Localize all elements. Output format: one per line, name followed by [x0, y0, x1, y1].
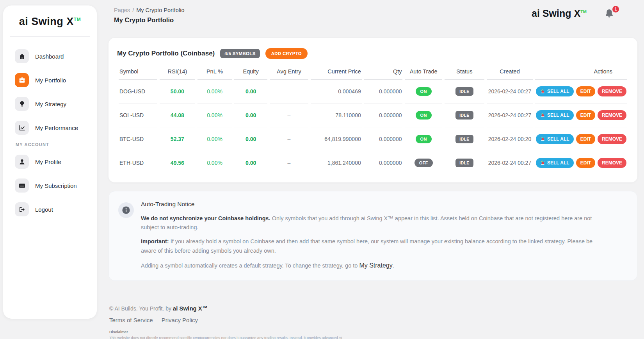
sidebar-section-label: MY ACCOUNT: [16, 142, 97, 147]
cell-auto-trade: ON: [405, 80, 442, 103]
cell-status: IDLE: [445, 103, 484, 127]
table-row: SOL-USD 44.08 0.00% 0.00 – 78.110000 0.0…: [119, 103, 627, 127]
column-header-equity: Equity: [234, 64, 267, 80]
sell-all-button[interactable]: SELL ALL: [536, 86, 574, 96]
sidebar-item-label: Logout: [35, 206, 53, 213]
add-crypto-button[interactable]: ADD CRYPTO: [265, 48, 308, 59]
auto-trade-badge: ON: [416, 87, 432, 96]
sidebar-item-dashboard[interactable]: Dashboard: [3, 47, 97, 66]
copyright-line: © AI Builds. You Profit. by ai Swing XTM: [109, 305, 637, 312]
portfolio-card: My Crypto Portfolio (Coinbase) 4/5 SYMBO…: [109, 38, 637, 182]
cell-current-price: 64,819.990000: [311, 127, 362, 151]
cell-current-price: 1,861.240000: [311, 151, 362, 175]
cell-status: IDLE: [445, 127, 484, 151]
sidebar-item-logout[interactable]: Logout: [3, 200, 97, 219]
cell-symbol: SOL-USD: [119, 103, 157, 127]
breadcrumb-pages[interactable]: Pages: [114, 7, 130, 13]
cell-pnl: 0.00%: [197, 127, 232, 151]
footer-links: Terms of Service Privacy Policy: [109, 317, 637, 323]
cell-actions: SELL ALL EDIT REMOVE: [536, 134, 626, 144]
edit-button[interactable]: EDIT: [576, 110, 595, 120]
main-content: Pages/My Crypto Portfolio My Crypto Port…: [109, 0, 637, 339]
info-icon: [118, 202, 134, 218]
brand-logo: ai Swing XTM: [3, 16, 97, 28]
cell-actions: SELL ALL EDIT REMOVE: [536, 158, 626, 168]
siren-icon: [540, 113, 545, 118]
notice-paragraph-strategy: Adding a symbol automatically creates a …: [141, 260, 601, 271]
cell-created: 2026-02-24 00:20: [487, 127, 533, 151]
siren-icon: [540, 89, 545, 94]
briefcase-icon: [15, 73, 29, 87]
sidebar-item-my-strategy[interactable]: My Strategy: [3, 95, 97, 113]
cell-symbol: BTC-USD: [119, 127, 157, 151]
edit-button[interactable]: EDIT: [576, 134, 595, 144]
sell-all-button[interactable]: SELL ALL: [536, 158, 574, 168]
edit-button[interactable]: EDIT: [576, 158, 595, 168]
sidebar-item-my-portfolio[interactable]: My Portfolio: [3, 71, 97, 89]
sidebar-item-my-subscription[interactable]: My Subscription: [3, 176, 97, 195]
remove-button[interactable]: REMOVE: [598, 134, 626, 144]
notice-paragraph-important: Important: If you already hold a symbol …: [141, 237, 601, 255]
sell-all-button[interactable]: SELL ALL: [536, 110, 574, 120]
sidebar: ai Swing XTM Dashboard My Portfolio My S…: [3, 5, 97, 319]
privacy-policy-link[interactable]: Privacy Policy: [162, 317, 198, 323]
sidebar-item-label: My Subscription: [35, 182, 77, 189]
column-header-qty: Qty: [364, 64, 403, 80]
column-header-status: Status: [445, 64, 484, 80]
trademark-sup: TM: [74, 17, 81, 22]
sell-all-label: SELL ALL: [547, 160, 569, 166]
sidebar-item-my-profile[interactable]: My Profile: [3, 152, 97, 171]
portfolio-card-header: My Crypto Portfolio (Coinbase) 4/5 SYMBO…: [116, 48, 630, 59]
lightbulb-icon: [15, 97, 29, 111]
sell-all-button[interactable]: SELL ALL: [536, 134, 574, 144]
cell-symbol: ETH-USD: [119, 151, 157, 175]
column-header-symbol: Symbol: [119, 64, 157, 80]
cell-qty: 0.000000: [364, 103, 403, 127]
notice-body: Auto-Trading Notice We do not synchroniz…: [141, 201, 601, 270]
auto-trade-badge: OFF: [415, 159, 433, 167]
table-header-row: SymbolRSI(14)PnL %EquityAvg EntryCurrent…: [119, 64, 627, 80]
column-header-avg-entry: Avg Entry: [270, 64, 308, 80]
credit-card-icon: [15, 178, 29, 193]
notice-title: Auto-Trading Notice: [141, 201, 601, 208]
remove-button[interactable]: REMOVE: [598, 110, 626, 120]
cell-rsi: 50.00: [160, 80, 195, 103]
cell-auto-trade: ON: [405, 127, 442, 151]
table-row: ETH-USD 49.56 0.00% 0.00 – 1,861.240000 …: [119, 151, 627, 175]
sidebar-item-label: My Profile: [35, 159, 61, 165]
cell-rsi: 44.08: [160, 103, 195, 127]
column-header-pnl-: PnL %: [197, 64, 232, 80]
sidebar-item-label: Dashboard: [35, 53, 64, 60]
edit-button[interactable]: EDIT: [576, 86, 595, 96]
sidebar-item-label: My Performance: [35, 125, 78, 131]
cell-equity: 0.00: [234, 127, 267, 151]
my-strategy-link[interactable]: My Strategy: [359, 262, 392, 269]
notification-bell[interactable]: 1: [604, 9, 616, 20]
portfolio-title: My Crypto Portfolio (Coinbase): [117, 50, 215, 57]
siren-icon: [540, 161, 545, 166]
cell-avg-entry: –: [270, 151, 308, 175]
terms-of-service-link[interactable]: Terms of Service: [109, 317, 153, 323]
remove-button[interactable]: REMOVE: [598, 86, 626, 96]
user-icon: [15, 155, 29, 169]
sell-all-label: SELL ALL: [547, 89, 569, 94]
topbar-brand: ai Swing XTM: [532, 8, 587, 19]
cell-created: 2026-02-24 00:27: [487, 80, 533, 103]
table-row: BTC-USD 52.37 0.00% 0.00 – 64,819.990000…: [119, 127, 627, 151]
cell-equity: 0.00: [234, 151, 267, 175]
auto-trade-badge: ON: [416, 135, 432, 143]
cell-status: IDLE: [445, 80, 484, 103]
footer: © AI Builds. You Profit. by ai Swing XTM…: [109, 305, 637, 339]
home-icon: [15, 49, 29, 63]
sell-all-label: SELL ALL: [547, 112, 569, 118]
status-badge: IDLE: [455, 87, 473, 96]
cell-current-price: 0.000469: [311, 80, 362, 103]
sidebar-divider: [10, 36, 90, 37]
cell-status: IDLE: [445, 151, 484, 175]
cell-equity: 0.00: [234, 103, 267, 127]
column-header-created: Created: [487, 64, 533, 80]
sidebar-item-my-performance[interactable]: My Performance: [3, 118, 97, 137]
remove-button[interactable]: REMOVE: [598, 158, 626, 168]
cell-equity: 0.00: [234, 80, 267, 103]
cell-symbol: DOG-USD: [119, 80, 157, 103]
